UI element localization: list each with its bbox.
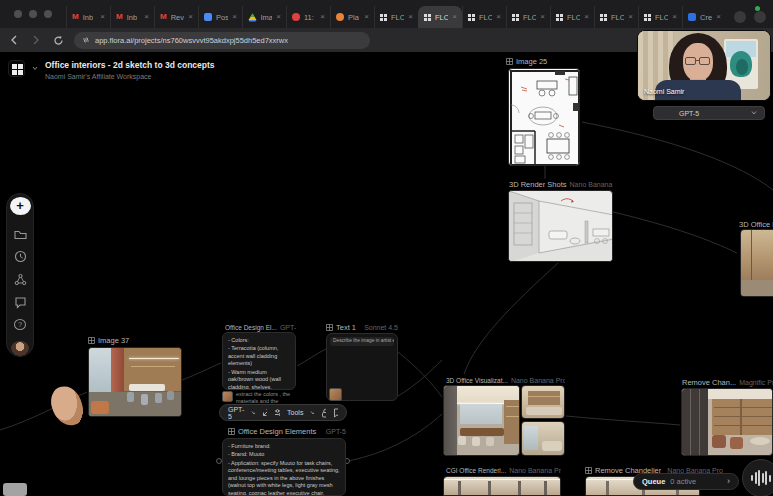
tab-gmail-2[interactable]: MInb× [110, 6, 154, 28]
bookmark-icon[interactable] [333, 408, 338, 418]
files-button[interactable] [13, 228, 27, 240]
close-icon[interactable]: × [540, 13, 545, 21]
window-controls[interactable] [14, 10, 52, 18]
flora-icon [600, 14, 607, 21]
video-call-card[interactable]: Naomi Samir GPT-5 [635, 28, 773, 124]
node-model-label: Magnific Precis [739, 379, 773, 386]
close-icon[interactable]: × [144, 13, 149, 21]
voice-waveform-button[interactable] [742, 459, 773, 496]
text1-image-thumbnail[interactable] [329, 388, 342, 401]
tab-cre[interactable]: Cre× [682, 6, 726, 28]
office-render-image37[interactable] [88, 347, 182, 417]
node-model-label: Nano Banana Pro [509, 467, 561, 474]
tab-flora-6[interactable]: FLO× [638, 6, 682, 28]
floor-plan-image[interactable] [508, 68, 580, 166]
visualization-alt-image-2[interactable] [521, 421, 565, 456]
close-icon[interactable]: × [232, 13, 237, 21]
node-model-label: GPT-5 [280, 324, 296, 331]
close-icon[interactable]: × [276, 13, 281, 21]
tab-flora-active[interactable]: FLO× [418, 6, 462, 28]
chevron-down-icon[interactable] [310, 411, 314, 415]
remove-chan-image[interactable] [681, 388, 773, 456]
ai-response-panel-2[interactable]: - Furniture brand: - Brand: Muuto - Appl… [222, 438, 346, 496]
node-title: 3D Render Shots [509, 180, 567, 189]
node-header-visualization[interactable]: 3D Office Visualizat... Nano Banana Pro [443, 376, 565, 385]
visualization-main-image[interactable] [443, 385, 520, 456]
profile-icon[interactable] [734, 11, 746, 23]
node-header-office-right[interactable]: 3D Office Re [736, 220, 773, 229]
tab-images[interactable]: Ima× [242, 6, 286, 28]
close-icon[interactable]: × [496, 13, 501, 21]
history-button[interactable] [13, 250, 27, 263]
floor-plan-drawing [509, 69, 580, 166]
tab-pos[interactable]: Pos× [198, 6, 242, 28]
tab-gmail-3[interactable]: MRev× [154, 6, 198, 28]
prompt-image-thumbnail[interactable] [222, 391, 233, 402]
tab-flora-3[interactable]: FLO× [506, 6, 550, 28]
node-header-text1[interactable]: Text 1 Sonnet 4.5 [326, 323, 398, 332]
chevron-right-icon[interactable]: › [727, 477, 730, 486]
chat-button[interactable] [13, 296, 27, 309]
visualization-alt-image-1[interactable] [521, 385, 565, 419]
cgi-render-image[interactable] [443, 476, 561, 496]
node-title: Office Design Elements [238, 427, 316, 436]
text-prompt-bar[interactable]: Describe the image in artist elements [330, 337, 394, 346]
node-header-image37[interactable]: Image 37 [88, 336, 182, 345]
webcam-video[interactable]: Naomi Samir [637, 30, 771, 101]
chevron-down-icon[interactable] [751, 111, 757, 115]
close-icon[interactable]: × [100, 13, 105, 21]
address-bar[interactable]: app.flora.ai/projects/ns760wsvvvt95akdxp… [74, 32, 370, 49]
close-icon[interactable]: × [364, 13, 369, 21]
chevron-down-icon[interactable] [32, 66, 38, 71]
node-header-design-elements[interactable]: Office Design Elements GPT-5 [228, 427, 346, 436]
reload-button[interactable] [50, 32, 66, 48]
office-render-right-image[interactable] [740, 229, 773, 297]
user-avatar[interactable] [11, 341, 29, 356]
spatial-graph-button[interactable] [13, 273, 27, 286]
tab-gmail-1[interactable]: MInb× [66, 6, 110, 28]
app-window: MInb× MInb× MRev× Pos× Ima× 11:× Pla× FL… [0, 0, 773, 496]
flora-icon [644, 14, 651, 21]
minimize-window-button[interactable] [29, 10, 37, 18]
queue-label: Queue [642, 477, 665, 486]
tab-flora-5[interactable]: FLO× [594, 6, 638, 28]
node-header-design-el[interactable]: Office Design El... GPT-5 [222, 323, 296, 332]
chevron-down-icon[interactable] [251, 411, 255, 415]
tab-flora-1[interactable]: FLO× [374, 6, 418, 28]
close-window-button[interactable] [14, 10, 22, 18]
model-selector[interactable]: GPT-5 [228, 406, 244, 420]
close-icon[interactable]: × [320, 13, 325, 21]
node-header-render-shots[interactable]: 3D Render Shots Nano Banana Pro [506, 180, 613, 189]
close-icon[interactable]: × [188, 13, 193, 21]
queue-bar[interactable]: Queue 0 active › [633, 473, 739, 490]
zoom-window-button[interactable] [44, 10, 52, 18]
close-icon[interactable]: × [452, 13, 457, 21]
tab-11[interactable]: 11:× [286, 6, 330, 28]
node-header-image25[interactable]: Image 25 [506, 57, 578, 66]
close-icon[interactable]: × [716, 13, 721, 21]
gmail-icon: M [116, 13, 123, 21]
tab-pla[interactable]: Pla× [330, 6, 374, 28]
close-icon[interactable]: × [408, 13, 413, 21]
forward-button[interactable] [28, 32, 44, 48]
zoom-control[interactable] [3, 483, 27, 496]
video-model-selector[interactable]: GPT-5 [653, 106, 765, 120]
help-button[interactable]: ? [14, 319, 26, 330]
node-header-remove-chan[interactable]: Remove Chan... Magnific Precis [679, 378, 773, 387]
flora-logo-icon[interactable] [8, 60, 25, 77]
tab-flora-4[interactable]: FLO× [550, 6, 594, 28]
tools-icon[interactable] [274, 408, 280, 417]
ai-response-panel[interactable]: - Colors: - Terracotta (column, accent w… [222, 332, 296, 390]
add-node-button[interactable]: + [10, 197, 31, 215]
resize-icon[interactable] [262, 408, 267, 417]
close-icon[interactable]: × [628, 13, 633, 21]
tools-selector[interactable]: Tools [287, 409, 303, 416]
lock-icon[interactable] [321, 408, 326, 418]
close-icon[interactable]: × [672, 13, 677, 21]
back-button[interactable] [6, 32, 22, 48]
close-icon[interactable]: × [584, 13, 589, 21]
sketch-render-image[interactable] [508, 190, 613, 262]
extension-icon[interactable] [754, 11, 766, 23]
node-header-cgi-render[interactable]: CGI Office Renderi... Nano Banana Pro [443, 466, 561, 475]
tab-flora-2[interactable]: FLO× [462, 6, 506, 28]
